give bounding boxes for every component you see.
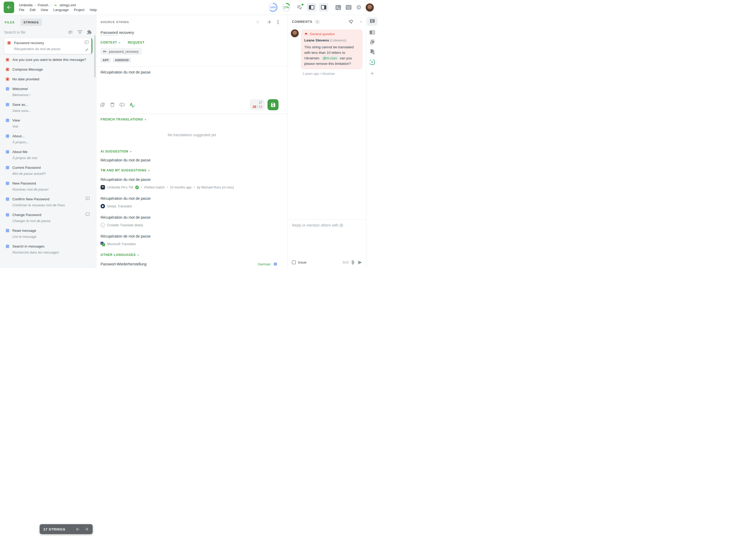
clear-translation-button[interactable]: [110, 102, 115, 107]
right-rail: +: [366, 15, 378, 268]
rail-context-button[interactable]: [369, 30, 375, 35]
string-row[interactable]: Save as... Sava sous...: [4, 100, 92, 116]
provider-name[interactable]: Crowdin Translate (beta): [107, 223, 143, 227]
provider-name[interactable]: DeepL Translator: [107, 205, 132, 208]
comment-icon[interactable]: [85, 212, 90, 216]
menu-edit[interactable]: Edit: [30, 8, 35, 12]
other-languages-section[interactable]: OTHER LANGUAGES▼: [101, 253, 283, 257]
save-button[interactable]: [268, 99, 279, 110]
search-input[interactable]: [4, 30, 68, 34]
send-comment-button[interactable]: [357, 260, 363, 265]
menu-file[interactable]: File: [19, 8, 24, 12]
more-options-button[interactable]: [278, 20, 279, 24]
string-row[interactable]: Confirm New Password Confirmer le nouvea…: [4, 194, 92, 210]
breadcrumb-project[interactable]: Umbrella: [19, 3, 33, 7]
mention-link[interactable]: @m.ross: [321, 56, 339, 60]
toggle-left-panel-button[interactable]: [307, 3, 316, 12]
commenter-avatar[interactable]: [291, 29, 299, 37]
comment-exclaim-icon[interactable]: [84, 40, 89, 44]
approved-progress[interactable]: 17%: [282, 3, 291, 12]
context-dropdown[interactable]: CONTEXT▼: [101, 41, 121, 44]
suggestion-text[interactable]: Récupération du mot de passe: [101, 178, 283, 182]
request-button[interactable]: REQUEST: [128, 41, 145, 44]
string-source: Change Password: [12, 212, 84, 218]
menu-project[interactable]: Project: [74, 8, 84, 12]
string-row[interactable]: Read message Lire le message: [4, 226, 92, 242]
string-row[interactable]: About... À propos...: [4, 131, 92, 147]
string-source: Save as...: [12, 102, 90, 107]
comment-exclaim-icon[interactable]: [85, 197, 90, 201]
copy-source-button[interactable]: [100, 102, 105, 107]
back-button[interactable]: [4, 2, 14, 13]
string-row[interactable]: View Voir: [4, 116, 92, 131]
puzzle-icon[interactable]: [87, 30, 92, 35]
string-row[interactable]: Welcome! Bienvenue !: [4, 84, 92, 100]
edit-pencil-icon[interactable]: [85, 48, 89, 51]
string-key-chip[interactable]: password_recovery: [101, 48, 142, 55]
comment-author[interactable]: Leane Stevens: [304, 38, 329, 42]
string-row[interactable]: No date provided: [4, 74, 92, 84]
provider-name[interactable]: Microsoft Translator: [107, 242, 136, 246]
string-translation: Confirmer le nouveau mot de Pass: [12, 203, 84, 208]
shortcuts-button[interactable]: [345, 5, 352, 10]
character-counter: 17 28 / 10: [250, 99, 265, 110]
menu-view[interactable]: View: [41, 8, 48, 12]
tm-mt-section[interactable]: TM AND MT SUGGESTIONS▼: [101, 169, 283, 172]
rail-ai-button[interactable]: [369, 59, 375, 65]
next-string-button[interactable]: [266, 19, 272, 25]
console-button[interactable]: [335, 5, 341, 10]
string-row[interactable]: Change Password Changer le mot de passe: [4, 210, 92, 226]
main-layout: FILES STRINGS Passw: [0, 15, 378, 268]
chevron-down-icon[interactable]: ▼: [360, 20, 363, 23]
rail-glossary-button[interactable]: [370, 39, 375, 45]
breadcrumb-language[interactable]: French: [38, 3, 48, 7]
suggestion-text[interactable]: Récupération de mot de passe: [101, 234, 283, 238]
menu-language[interactable]: Language: [53, 8, 69, 12]
tab-files[interactable]: FILES: [4, 18, 18, 26]
translation-input[interactable]: Récupération du mot de passe: [96, 67, 287, 98]
tune-icon[interactable]: [68, 30, 73, 35]
unpin-icon[interactable]: [348, 19, 354, 24]
string-row-selected[interactable]: Password recovery Récupération du mot de…: [4, 38, 92, 54]
string-row[interactable]: Search in messages Recherche dans les me…: [4, 242, 92, 257]
rail-add-button[interactable]: +: [371, 71, 374, 76]
attach-file-button[interactable]: [351, 260, 355, 265]
previous-string-button[interactable]: [255, 19, 261, 25]
glossary-term[interactable]: Password: [101, 30, 118, 36]
suggestion-item: Récupération du mot de passe DeepL Trans…: [101, 196, 283, 208]
menu-help[interactable]: Help: [90, 8, 97, 12]
issue-checkbox[interactable]: [292, 260, 296, 264]
string-row[interactable]: New Password Nouveau mot de passe!: [4, 179, 92, 194]
other-language-text[interactable]: Passwort-Wiederherstellung: [101, 262, 147, 266]
ai-suggestion-section[interactable]: AI SUGGESTION▼: [101, 150, 283, 153]
breadcrumb-file[interactable]: strings.xml: [60, 3, 76, 7]
reply-input[interactable]: Reply or mention others with @: [292, 223, 363, 260]
breadcrumb-menus: Umbrella / French / strings.xml File Edi…: [19, 3, 97, 12]
suggestion-text[interactable]: Récupération du mot de passe: [101, 215, 283, 219]
settings-button[interactable]: ⚙: [356, 5, 361, 11]
tab-strings[interactable]: STRINGS: [20, 18, 42, 26]
french-translations-section[interactable]: FRENCH TRANSLATIONS▼: [101, 117, 283, 121]
provider-name[interactable]: Umbrella PA's TM: [107, 185, 133, 189]
editor-mode-button[interactable]: [296, 4, 303, 11]
rail-comments-button[interactable]: [367, 17, 378, 26]
toggle-right-panel-button[interactable]: [319, 3, 328, 12]
rail-file-info-button[interactable]: [370, 49, 375, 55]
filter-icon[interactable]: [78, 30, 82, 34]
ai-suggestion-label: AI SUGGESTION: [101, 150, 128, 153]
string-row[interactable]: Are you sure you want to delete this mes…: [4, 55, 92, 65]
ai-suggestion-text[interactable]: Récupération du mot de passe: [101, 158, 283, 162]
tag-android[interactable]: ANDROID: [113, 58, 131, 62]
string-row[interactable]: About Me À propos de moi: [4, 147, 92, 163]
translated-progress[interactable]: 64%: [269, 3, 278, 12]
spellcheck-button[interactable]: A: [130, 102, 133, 107]
string-row[interactable]: Current Password Mot de passe actuel!!!: [4, 163, 92, 179]
tag-app[interactable]: APP: [101, 58, 111, 62]
select-text-button[interactable]: [119, 102, 125, 107]
user-avatar[interactable]: [366, 3, 374, 12]
language-link[interactable]: German: [258, 262, 271, 266]
editor-toolbar: A 17 28 / 10: [96, 98, 287, 114]
sidebar-scrollbar[interactable]: [94, 35, 96, 78]
string-row[interactable]: Compose Message: [4, 65, 92, 74]
suggestion-text[interactable]: Récupération du mot de passe: [101, 196, 283, 201]
